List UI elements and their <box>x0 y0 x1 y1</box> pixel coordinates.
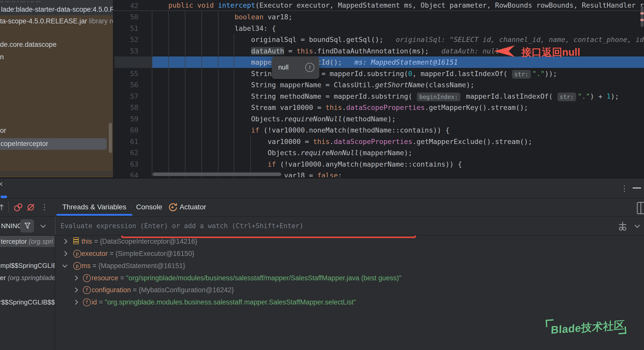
tab-console[interactable]: Console <box>136 198 162 216</box>
variable-name: id <box>92 298 97 306</box>
project-tree-panel[interactable]: .. ... .. . ... . .. ... lade:blade-star… <box>0 0 113 177</box>
chevron-right-icon[interactable] <box>73 287 78 293</box>
field-icon: f <box>83 298 91 306</box>
code-line[interactable]: dataAuth = this.findDataAuthAnnotation(m… <box>152 45 499 57</box>
variable-row-id[interactable]: fid = "org.springblade.modules.business.… <box>55 296 356 308</box>
code-line[interactable]: label34: { <box>152 23 276 34</box>
add-watch-icon[interactable] <box>617 220 629 232</box>
code-line[interactable]: String className = mapperId.substring(0,… <box>152 68 557 79</box>
code-line[interactable]: String methodName = mapperId.substring( … <box>152 91 619 102</box>
line-number[interactable]: 63 <box>113 158 138 170</box>
stack-frame-item[interactable]: terceptor (org.spri <box>0 236 55 247</box>
code-line[interactable]: Stream var10000 = this.dataScopeProperti… <box>152 102 528 113</box>
frames-list[interactable]: terceptor (org.spriImpl$$SpringCGLIBer (… <box>0 236 55 350</box>
code-segment: if <box>268 160 276 168</box>
project-vertical-scrollbar[interactable] <box>109 123 112 153</box>
line-number[interactable]: 57 <box>113 91 138 102</box>
code-segment: public void <box>168 1 218 9</box>
line-number: 42 <box>113 0 138 11</box>
line-number[interactable]: 61 <box>113 136 138 147</box>
editor-vertical-scrollbar[interactable] <box>640 0 644 177</box>
code-line[interactable]: Objects.requireNonNull(mapperName); <box>152 147 412 158</box>
active-toolwindow-indicator <box>1 196 7 198</box>
project-hscroll-track[interactable] <box>0 171 113 176</box>
this-icon <box>73 237 79 245</box>
variable-value: "org/springblade/modules/business/saless… <box>126 274 401 282</box>
variable-row-configuration[interactable]: fconfiguration = {MybatisConfiguration@1… <box>55 284 234 296</box>
project-panel-top: .. ... .. . ... . .. ... lade:blade-star… <box>0 0 113 15</box>
code-segment: dataScopeProperties <box>346 104 425 111</box>
code-segment: beginIndex: <box>417 93 460 101</box>
line-number[interactable]: 50 <box>113 11 138 23</box>
tab-actuator[interactable]: Actuator <box>180 198 206 216</box>
code-segment: Stream var10000 = <box>251 104 326 111</box>
code-line[interactable]: if (!var10000.noneMatch(methodName::cont… <box>152 124 449 136</box>
code-segment: intercept <box>218 1 255 9</box>
line-number[interactable]: 56 <box>113 79 138 91</box>
chevron-right-icon[interactable] <box>73 275 78 281</box>
error-stripe-mark[interactable] <box>640 19 644 21</box>
evaluate-expression-input[interactable]: Evaluate expression (Enter) or add a wat… <box>61 217 303 235</box>
view-breakpoints-icon[interactable] <box>13 202 23 212</box>
toolbar-more-icon[interactable]: ⋮ <box>41 202 48 211</box>
code-line[interactable]: var10000 = this.dataScopeProperties.getM… <box>152 136 532 147</box>
stack-frame-item[interactable]: r$$SpringCGLIB$$0 <box>0 297 55 308</box>
tree-item[interactable]: or <box>0 127 6 135</box>
tab-threads-variables[interactable]: Threads & Variables <box>62 198 126 216</box>
editor-horizontal-scrollbar[interactable] <box>153 172 281 176</box>
close-icon[interactable]: ✕ <box>0 180 3 188</box>
tree-item-jar[interactable]: ta-scope-4.5.0.RELEASE.jar library root <box>0 17 113 25</box>
code-editor[interactable]: 50boolean var18;51label34: {52originalSq… <box>113 0 644 177</box>
line-number[interactable]: 59 <box>113 113 138 125</box>
hide-tool-window-icon[interactable] <box>633 187 641 188</box>
code-segment: String mapperName = ClassUtil. <box>251 81 375 89</box>
code-line[interactable]: boolean var18; <box>152 11 292 23</box>
tree-item-selected-interceptor[interactable]: copeInterceptor <box>0 138 107 150</box>
error-stripe-mark[interactable] <box>640 12 644 14</box>
variable-row-executor[interactable]: pexecutor = {SimpleExecutor@16150} <box>55 248 194 260</box>
line-number[interactable]: 60 <box>113 124 138 136</box>
variable-row-resource[interactable]: fresource = "org/springblade/modules/bus… <box>55 272 401 284</box>
chevron-right-icon[interactable] <box>62 239 67 244</box>
tree-item-selected-library[interactable]: lade:blade-starter-data-scope:4.5.0.REL <box>1 4 113 15</box>
code-segment: (methodName); <box>342 115 396 123</box>
chevron-right-icon[interactable] <box>73 300 78 305</box>
line-number[interactable]: 62 <box>113 147 138 158</box>
code-line[interactable]: Objects.requireNonNull(methodName); <box>152 113 396 125</box>
red-highlight-box <box>121 236 416 238</box>
line-number[interactable]: 55 <box>113 68 138 79</box>
layout-settings-icon[interactable] <box>637 202 644 214</box>
code-segment: if <box>251 126 259 134</box>
ide-screen: 50boolean var18;51label34: {52originalSq… <box>0 0 644 350</box>
evaluate-expand-chevron-icon[interactable] <box>635 223 640 228</box>
code-segment: .getMapperKey().stream(); <box>425 104 528 111</box>
variable-row-ms[interactable]: pms = {MappedStatement@16151} <box>55 260 185 272</box>
line-number[interactable]: 58 <box>113 102 138 113</box>
code-segment: ); <box>611 92 619 100</box>
chevron-right-icon[interactable] <box>62 251 67 256</box>
stack-frame-item[interactable]: Impl$$SpringCGLIB <box>0 260 55 271</box>
variable-value: {MybatisConfiguration@16242} <box>139 286 234 294</box>
code-segment: = <box>284 47 297 55</box>
chevron-down-icon[interactable] <box>62 262 67 268</box>
line-number[interactable]: 51 <box>113 23 138 34</box>
mute-breakpoints-icon[interactable] <box>26 202 36 212</box>
more-options-icon[interactable]: ⋮ <box>621 184 628 193</box>
thread-filter-label: NNING <box>1 217 22 235</box>
code-segment: requireNonNull <box>284 115 342 123</box>
variable-name: resource <box>92 274 118 282</box>
code-line[interactable]: String mapperName = ClassUtil.getShortNa… <box>152 79 474 91</box>
step-out-icon[interactable] <box>0 202 6 212</box>
line-number[interactable]: 64 <box>113 170 138 177</box>
code-segment: false <box>317 171 338 177</box>
code-line[interactable]: if (!var10000.anyMatch(mapperName::conta… <box>152 158 462 170</box>
stack-frame-item[interactable]: er (org.springblade <box>0 272 55 283</box>
code-line[interactable]: originalSql = boundSql.getSql(); origina… <box>152 34 644 45</box>
thread-dropdown-chevron-icon[interactable] <box>40 223 46 228</box>
line-number[interactable]: 52 <box>113 34 138 45</box>
line-number[interactable]: 53 <box>113 45 138 57</box>
tree-item[interactable]: n <box>0 53 4 61</box>
tree-item[interactable]: de.core.datascope <box>0 41 56 49</box>
scrollbar-thumb[interactable] <box>641 6 643 27</box>
thread-filter-button[interactable] <box>20 219 34 232</box>
